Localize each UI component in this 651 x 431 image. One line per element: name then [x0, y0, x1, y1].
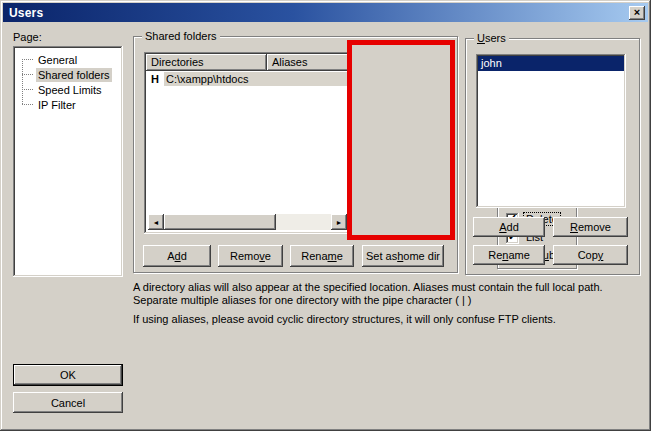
- page-tree: General Shared folders Speed Limits IP F…: [13, 46, 123, 112]
- scroll-right-icon[interactable]: ►: [331, 214, 347, 230]
- page-label: Page:: [13, 31, 42, 43]
- horizontal-scrollbar[interactable]: ◄ ►: [148, 214, 347, 230]
- scrollbar-thumb[interactable]: [164, 214, 276, 230]
- scrollbar-track[interactable]: [164, 214, 331, 230]
- directory-path: C:\xampp\htdocs: [164, 72, 349, 86]
- column-header-aliases[interactable]: Aliases: [267, 54, 349, 71]
- page-list: General Shared folders Speed Limits IP F…: [13, 46, 123, 277]
- user-item-john[interactable]: john: [478, 56, 624, 71]
- page-item-general[interactable]: General: [13, 52, 123, 67]
- users-group: Users john: [465, 38, 640, 275]
- scroll-left-icon[interactable]: ◄: [148, 214, 164, 230]
- users-list: john: [476, 54, 626, 208]
- user-remove-button[interactable]: Remove: [553, 217, 628, 237]
- column-header-directories[interactable]: Directories: [146, 54, 267, 71]
- titlebar[interactable]: Users ×: [3, 3, 648, 22]
- tree-line: [22, 89, 33, 90]
- user-add-button[interactable]: Add: [473, 217, 545, 237]
- alias-note-text: A directory alias will also appear at th…: [133, 281, 635, 307]
- folder-remove-button[interactable]: Remove: [218, 245, 283, 267]
- user-rename-button[interactable]: Rename: [473, 245, 545, 265]
- home-marker: H: [151, 73, 159, 85]
- folder-rename-button[interactable]: Rename: [290, 245, 354, 267]
- users-group-label: Users: [474, 32, 509, 45]
- page-item-ip-filter[interactable]: IP Filter: [13, 97, 123, 112]
- page-item-speed-limits[interactable]: Speed Limits: [13, 82, 123, 97]
- tree-line: [22, 59, 33, 60]
- directory-row[interactable]: H C:\xampp\htdocs: [146, 71, 349, 87]
- cancel-button[interactable]: Cancel: [13, 392, 123, 413]
- shared-folders-group-label: Shared folders: [142, 30, 220, 43]
- window-title: Users: [9, 6, 629, 20]
- page-item-shared-folders[interactable]: Shared folders: [13, 67, 123, 82]
- shared-folders-list: Directories Aliases H C:\xampp\htdocs ◄ …: [144, 52, 351, 234]
- close-icon[interactable]: ×: [629, 6, 645, 20]
- tree-line: [22, 74, 33, 75]
- list-header: Directories Aliases: [146, 54, 349, 71]
- users-dialog: Users × Page: General Shared folders Spe…: [0, 0, 651, 431]
- folder-add-button[interactable]: Add: [143, 245, 211, 267]
- set-as-home-dir-button[interactable]: Set as home dir: [362, 245, 444, 267]
- ok-button[interactable]: OK: [13, 364, 123, 386]
- user-copy-button[interactable]: Copy: [553, 245, 628, 265]
- cyclic-note-text: If using aliases, please avoid cyclic di…: [133, 313, 635, 326]
- tree-line: [22, 104, 33, 105]
- shared-folders-group: Shared folders Directories Aliases H C:\…: [133, 36, 458, 273]
